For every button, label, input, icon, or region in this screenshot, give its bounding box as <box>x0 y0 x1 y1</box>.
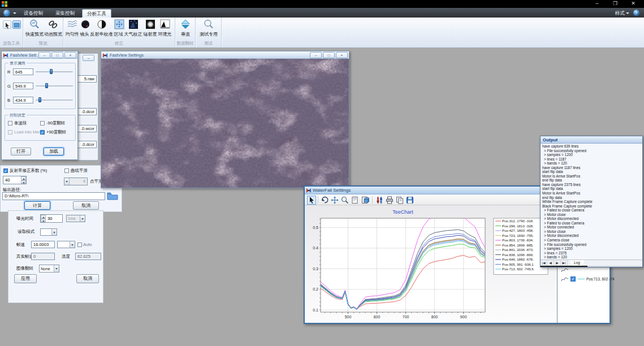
ambient-light-button[interactable]: 环境光 <box>158 19 172 37</box>
nav-first-button[interactable]: |◀ <box>541 260 547 266</box>
calculate-button[interactable]: 计算 <box>24 201 50 210</box>
file-path-field[interactable]: .0.dcor <box>77 108 97 115</box>
pointer-tool-button[interactable] <box>3 20 11 29</box>
fps-field[interactable]: 16.0003 <box>31 241 55 248</box>
maximize-button[interactable]: □ <box>323 52 335 58</box>
uniformity-button[interactable]: 均匀性 <box>65 19 79 37</box>
pan-button[interactable] <box>330 196 339 205</box>
series-visible-checkbox[interactable] <box>570 276 576 282</box>
load-into-mem-checkbox <box>8 130 12 135</box>
spin-down-icon[interactable] <box>41 219 46 223</box>
output-path-field[interactable]: D:\Micro-RT\ <box>2 192 105 200</box>
minimize-button[interactable]: – <box>83 55 94 61</box>
tab-device-control[interactable]: 设备控制 <box>19 9 48 18</box>
view-3d-button[interactable] <box>361 196 370 205</box>
save-button[interactable] <box>405 196 414 205</box>
slider-thumb[interactable] <box>38 97 41 102</box>
auto-checkbox[interactable] <box>77 243 82 247</box>
fps-combo[interactable] <box>57 241 75 248</box>
channel-g-slider[interactable] <box>36 83 73 88</box>
maximize-button[interactable]: ❐ <box>608 0 623 8</box>
apply-button[interactable]: 应用 <box>14 274 37 283</box>
reflectance-coef-label: 反射率修正系数 (%) <box>10 168 47 174</box>
curve-smooth-checkbox[interactable] <box>64 168 69 173</box>
print-button[interactable] <box>385 196 394 205</box>
help-icon[interactable]: ? <box>633 10 639 16</box>
select-tool-button[interactable] <box>307 196 316 205</box>
channel-b-field[interactable]: 434.9 <box>13 97 33 103</box>
edit-chart-button[interactable] <box>375 196 384 205</box>
read-mode-combo[interactable] <box>40 228 57 236</box>
lens-button[interactable]: 镜头 <box>80 19 89 37</box>
output-window: Output have capture 639 lines> File succ… <box>540 136 643 267</box>
maximize-button[interactable]: □ <box>51 52 63 58</box>
channel-r-field[interactable]: 645 <box>13 68 33 75</box>
series-list-item[interactable]: Pos:713, 602 -74 <box>559 275 610 284</box>
tab-log[interactable]: Log <box>569 260 585 266</box>
smooth-points-combo[interactable]: 9 <box>64 178 88 185</box>
vertical-flip-button[interactable]: 垂直 <box>178 19 193 37</box>
scrollbar-thumb[interactable] <box>541 266 587 267</box>
channel-r-slider[interactable] <box>36 69 73 74</box>
copy-button[interactable] <box>395 196 404 205</box>
minimize-button[interactable]: – <box>38 52 50 58</box>
file-path-field[interactable]: .0.dcor <box>77 141 97 148</box>
app-menu-button[interactable] <box>3 9 16 17</box>
minimize-button[interactable]: – <box>310 52 322 58</box>
copy-pages-icon <box>396 196 404 204</box>
chart-area[interactable]: TeeChart5006007008009000.10.20.30.40.5Po… <box>305 205 557 323</box>
plus90-flip-checkbox[interactable] <box>40 130 45 135</box>
region-button[interactable]: 区域 <box>114 19 123 37</box>
channel-b-slider[interactable] <box>36 97 73 102</box>
animation-preview-button[interactable]: 动画预览 <box>44 19 63 37</box>
single-band-checkbox[interactable] <box>8 121 12 126</box>
spin-down-icon[interactable] <box>21 180 26 184</box>
close-button[interactable]: ✕ <box>626 0 641 8</box>
nav-last-button[interactable]: ▶| <box>561 260 568 266</box>
minus90-flip-checkbox[interactable] <box>40 121 45 126</box>
reflectance-calibration-button[interactable]: 反射率校准 <box>90 19 113 37</box>
slider-thumb[interactable] <box>50 69 53 74</box>
control-settings-group: 控制设定 单波段 -90度翻转 Load into Mem +90度翻转 <box>5 115 76 141</box>
normal-view-button[interactable] <box>351 196 360 205</box>
tab-analysis-tools[interactable]: 分析工具 <box>82 9 111 18</box>
close-button[interactable]: × <box>336 52 348 58</box>
log-line: Motor is Arrive StartPos <box>542 191 642 196</box>
file-path-field[interactable]: .0.wcor <box>77 125 97 132</box>
quick-preview-button[interactable]: 快速预览 <box>25 19 44 37</box>
main-titlebar[interactable]: – ❐ ✕ <box>0 0 644 8</box>
style-menu[interactable]: 样式 <box>615 9 629 18</box>
exposure-spinner[interactable]: 30 <box>40 214 63 223</box>
output-titlebar[interactable]: Output <box>541 136 642 144</box>
microscopy-image[interactable] <box>101 59 349 188</box>
zoom-button[interactable] <box>340 196 349 205</box>
horizontal-scrollbar[interactable] <box>541 266 642 267</box>
cancel-button[interactable]: 取消 <box>73 201 99 210</box>
nav-prev-button[interactable]: ◀ <box>547 260 554 266</box>
file-path-field[interactable]: 5.raw <box>77 75 97 83</box>
curve-smooth-label: 曲线平滑 <box>71 168 88 174</box>
channel-g-field[interactable]: 549.9 <box>13 83 33 89</box>
log-output[interactable]: have capture 639 lines> File successfull… <box>541 144 642 260</box>
window-titlebar[interactable]: FastView Settings – □ × <box>101 51 349 59</box>
slider-thumb[interactable] <box>45 83 48 88</box>
test-only-button[interactable]: 测试专用 <box>199 19 218 37</box>
reflectance-coef-checkbox[interactable] <box>3 168 8 173</box>
nav-next-button[interactable]: ▶ <box>554 260 561 266</box>
tab-acquisition-control[interactable]: 采集控制 <box>50 9 80 18</box>
close-button[interactable]: × <box>64 52 76 58</box>
image-flip-combo[interactable]: None <box>39 265 59 273</box>
folder-icon[interactable] <box>107 191 118 201</box>
minimize-button[interactable]: – <box>590 0 604 8</box>
cancel-button[interactable]: 取消 <box>76 274 99 283</box>
load-button[interactable]: 加载 <box>44 148 64 155</box>
radiance-button[interactable]: 辐射度 <box>143 19 157 37</box>
open-button[interactable]: 打开 <box>11 148 31 155</box>
coef-spinner[interactable]: 40 <box>3 176 27 184</box>
undo-button[interactable] <box>320 196 329 205</box>
rect-select-tool-button[interactable] <box>12 20 21 29</box>
ribbon: 选取工具 快速预览 动画预览 预览 均匀性 <box>0 18 644 48</box>
atmospheric-correction-button[interactable]: 大气校正 <box>124 19 142 37</box>
exposure-unit-combo[interactable]: 1ms <box>66 215 85 222</box>
window-titlebar[interactable]: FastView Sett... – □ × <box>2 51 77 59</box>
